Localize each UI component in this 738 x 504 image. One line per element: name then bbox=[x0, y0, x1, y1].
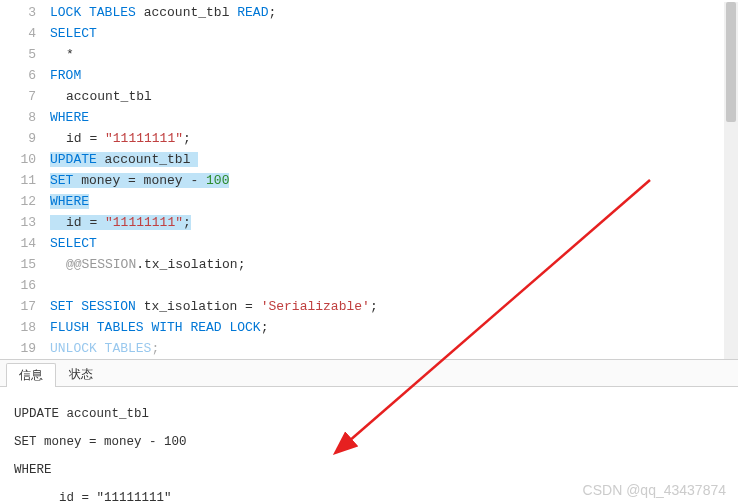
scrollbar-thumb[interactable] bbox=[726, 2, 736, 122]
code-line[interactable]: @@SESSION.tx_isolation; bbox=[50, 254, 724, 275]
code-line[interactable]: UNLOCK TABLES; bbox=[50, 338, 724, 359]
tab-status[interactable]: 状态 bbox=[56, 362, 106, 386]
watermark: CSDN @qq_43437874 bbox=[583, 482, 726, 498]
code-line[interactable]: LOCK TABLES account_tbl READ; bbox=[50, 2, 724, 23]
code-line[interactable]: SET money = money - 100 bbox=[50, 170, 724, 191]
code-line[interactable]: SET SESSION tx_isolation = 'Serializable… bbox=[50, 296, 724, 317]
code-line[interactable]: WHERE bbox=[50, 191, 724, 212]
output-line: UPDATE account_tbl bbox=[14, 407, 732, 421]
code-line[interactable]: * bbox=[50, 44, 724, 65]
code-line[interactable]: UPDATE account_tbl bbox=[50, 149, 724, 170]
code-line[interactable] bbox=[50, 275, 724, 296]
output-tabs: 信息 状态 bbox=[0, 359, 738, 387]
output-line: SET money = money - 100 bbox=[14, 435, 732, 449]
code-line[interactable]: SELECT bbox=[50, 233, 724, 254]
code-line[interactable]: SELECT bbox=[50, 23, 724, 44]
tab-info[interactable]: 信息 bbox=[6, 363, 56, 387]
line-gutter: 345678910111213141516171819 bbox=[0, 2, 50, 359]
code-line[interactable]: account_tbl bbox=[50, 86, 724, 107]
code-line[interactable]: WHERE bbox=[50, 107, 724, 128]
editor-scrollbar[interactable] bbox=[724, 2, 738, 359]
code-area[interactable]: LOCK TABLES account_tbl READ; SELECT * F… bbox=[50, 2, 724, 359]
code-line[interactable]: id = "11111111"; bbox=[50, 128, 724, 149]
code-line[interactable]: FROM bbox=[50, 65, 724, 86]
sql-editor[interactable]: 345678910111213141516171819 LOCK TABLES … bbox=[0, 0, 738, 359]
output-line: WHERE bbox=[14, 463, 732, 477]
code-line[interactable]: id = "11111111"; bbox=[50, 212, 724, 233]
code-line[interactable]: FLUSH TABLES WITH READ LOCK; bbox=[50, 317, 724, 338]
